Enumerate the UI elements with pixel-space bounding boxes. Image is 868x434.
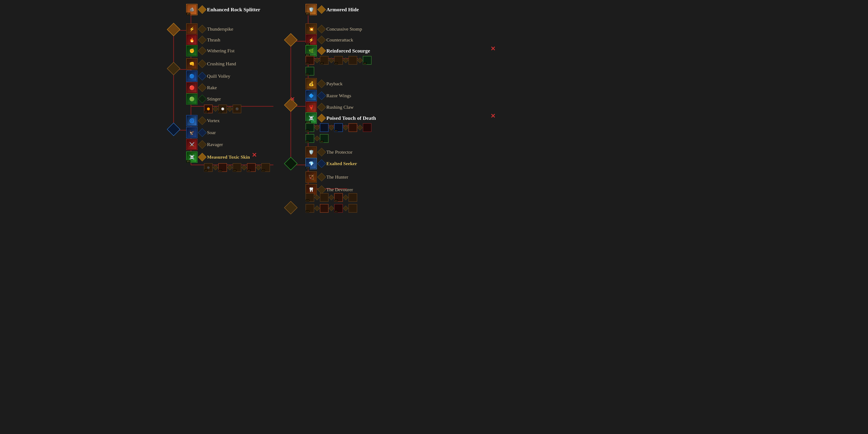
skill-node-crushing-hand[interactable]: 👊 Crushing Hand <box>186 58 236 69</box>
skill-name-poised-touch: Poised Touch of Death <box>327 115 376 121</box>
diamond-the-devourer <box>317 185 326 194</box>
skill-node-vortex[interactable]: 🌀 Vortex <box>186 115 220 126</box>
skill-icon-payback[interactable]: 💰 <box>306 78 317 89</box>
cross-icon-reinforced: ✕ <box>490 45 495 52</box>
sub-node-r1e[interactable]: 3/3 <box>363 56 372 65</box>
skill-node-poised-touch[interactable]: ☠️ 13/5 ✕ Poised Touch of Death <box>306 113 376 124</box>
sub-node-r1d[interactable] <box>348 56 357 65</box>
skill-name-vortex: Vortex <box>207 118 220 123</box>
skill-icon-exalted-seeker[interactable]: 💎 1/5 <box>306 158 317 169</box>
skill-node-payback[interactable]: 💰 Payback <box>306 78 343 89</box>
skill-badge-measured-toxic-skin: 5/5 <box>186 160 190 163</box>
sub-node-br1[interactable]: 1/3 <box>306 204 314 213</box>
sub-node-1c[interactable]: ⚫ <box>232 104 241 113</box>
sub-node-bl2[interactable]: 3/3 <box>218 163 227 172</box>
sub-diamond-rp4 <box>357 125 363 130</box>
hub-node-right-3[interactable] <box>284 157 298 170</box>
skill-node-ravager[interactable]: ⚔️ Ravager <box>186 139 223 150</box>
skill-icon-withering-fist[interactable]: ✊ <box>186 45 197 56</box>
skill-node-thrash[interactable]: 🔥 Thrash <box>186 34 220 45</box>
skill-node-rake[interactable]: 🔴 Rake <box>186 82 217 93</box>
skill-node-soar[interactable]: 🦅 Soar <box>186 127 216 138</box>
skill-node-withering-fist[interactable]: ✊ Withering Fist <box>186 45 235 56</box>
hub-node-right-1[interactable] <box>284 33 298 46</box>
hub-node-2[interactable] <box>167 62 180 75</box>
skill-icon-armored-hide[interactable]: 🛡️ 9/5 <box>306 4 317 15</box>
diamond-payback <box>317 80 326 88</box>
skill-node-rushing-claw[interactable]: 🦞 Rushing Claw <box>306 101 353 113</box>
skill-node-thunderspike[interactable]: ⚡ Thunderspike <box>186 24 233 35</box>
skill-name-rake: Rake <box>207 85 217 91</box>
skill-node-quill-volley[interactable]: 🔵 Quill Volley <box>186 70 230 82</box>
sub-node-br3[interactable]: 3/3 <box>334 204 343 213</box>
skill-node-razor-wings[interactable]: 🔷 Razor Wings <box>306 90 351 101</box>
skill-name-ravager: Ravager <box>207 142 223 147</box>
sub-node-bl3[interactable]: 3/3 <box>232 163 241 172</box>
skill-icon-poised-touch[interactable]: ☠️ 13/5 <box>306 113 317 124</box>
sub-node-bl5[interactable]: 1/3 <box>261 163 270 172</box>
sub-node-bl4[interactable]: 3/3 <box>247 163 256 172</box>
sub-node-rp2[interactable] <box>320 123 329 132</box>
hub-node-right-2[interactable]: ✕ <box>284 98 298 112</box>
sub-node-d1[interactable]: 1/3 <box>306 193 314 202</box>
skill-node-enhanced-rock-splitter[interactable]: 🪨 1/5 Enhanced Rock Splitter <box>186 4 260 15</box>
skill-name-the-protector: The Protector <box>327 149 352 155</box>
hub-node-1[interactable] <box>167 23 180 36</box>
skill-icon-enhanced-rock-splitter[interactable]: 🪨 1/5 <box>186 4 197 15</box>
sub-node-r1c[interactable]: 1/3 <box>334 56 343 65</box>
sub-node-rp21[interactable]: 3/3 <box>306 134 314 143</box>
skill-node-stinger[interactable]: 🟢 Stinger <box>186 93 221 104</box>
sub-node-1b[interactable]: ⚪ 1/3 <box>218 104 227 113</box>
sub-node-br2[interactable] <box>320 204 329 213</box>
skill-icon-counterattack[interactable]: ⚡ 5/5 <box>306 34 317 45</box>
sub-diamond-r1c <box>343 58 348 63</box>
skill-node-the-hunter[interactable]: 🏹 The Hunter <box>306 172 348 183</box>
sub-node-bl1[interactable]: ⚫ 1/3 <box>204 163 213 172</box>
skill-name-quill-volley: Quill Volley <box>207 73 230 79</box>
sub-node-d2[interactable] <box>320 193 329 202</box>
skill-icon-vortex[interactable]: 🌀 <box>186 115 197 126</box>
sub-node-d4[interactable] <box>348 193 357 202</box>
skill-node-measured-toxic-skin[interactable]: ☠️ 5/5 ✕ Measured Toxic Skin <box>186 152 250 163</box>
sub-diamond-r1b <box>329 58 334 63</box>
hub-node-3[interactable] <box>167 123 180 136</box>
skill-icon-crushing-hand[interactable]: 👊 <box>186 58 197 69</box>
skill-tree-container: 🪨 1/5 Enhanced Rock Splitter ⚡ Thundersp… <box>0 0 868 434</box>
sub-node-1a[interactable]: 🟠 3/3 <box>204 104 213 113</box>
sub-nodes-row-right-poised: 3/3 3/3 <box>306 123 372 132</box>
hub-node-right-bottom[interactable] <box>284 201 298 214</box>
sub-diamond-d2 <box>329 195 334 200</box>
sub-node-rp1[interactable]: 3/3 <box>306 123 314 132</box>
skill-node-reinforced-scourge[interactable]: 🌿 6/5 ✕ Reinforced Scourge <box>306 45 370 56</box>
skill-node-armored-hide[interactable]: 🛡️ 9/5 Armored Hide <box>306 4 359 15</box>
skill-icon-soar[interactable]: 🦅 <box>186 127 197 138</box>
skill-icon-rushing-claw[interactable]: 🦞 <box>306 101 317 113</box>
skill-icon-quill-volley[interactable]: 🔵 <box>186 70 197 82</box>
skill-node-the-protector[interactable]: 🛡️ The Protector <box>306 147 352 158</box>
skill-node-concussive-stomp[interactable]: 💥 Concussive Stomp <box>306 24 362 35</box>
skill-name-armored-hide: Armored Hide <box>327 6 359 13</box>
sub-diamond-br1 <box>314 206 320 211</box>
sub-node-rp22[interactable]: 3/3 <box>320 134 329 143</box>
skill-icon-thrash[interactable]: 🔥 <box>186 34 197 45</box>
skill-icon-the-protector[interactable]: 🛡️ <box>306 147 317 158</box>
skill-icon-ravager[interactable]: ⚔️ <box>186 139 197 150</box>
skill-icon-razor-wings[interactable]: 🔷 <box>306 90 317 101</box>
skill-icon-concussive-stomp[interactable]: 💥 <box>306 24 317 35</box>
sub-node-r1b1[interactable]: 3/3 <box>306 67 314 75</box>
skill-icon-the-hunter[interactable]: 🏹 <box>306 172 317 183</box>
skill-icon-stinger[interactable]: 🟢 <box>186 93 197 104</box>
sub-node-rp3[interactable]: 3/3 <box>334 123 343 132</box>
skill-icon-reinforced-scourge[interactable]: 🌿 6/5 <box>306 45 317 56</box>
sub-node-d3[interactable]: 3/3 <box>334 193 343 202</box>
skill-node-exalted-seeker[interactable]: 💎 1/5 Exalted Seeker <box>306 158 357 169</box>
skill-icon-measured-toxic-skin[interactable]: ☠️ 5/5 <box>186 152 197 163</box>
sub-node-rp4[interactable] <box>348 123 357 132</box>
sub-node-r1a[interactable]: 3/3 <box>306 56 314 65</box>
sub-node-rp5[interactable] <box>363 123 372 132</box>
skill-icon-thunderspike[interactable]: ⚡ <box>186 24 197 35</box>
sub-node-r1b[interactable]: 3/3 <box>320 56 329 65</box>
sub-node-br4[interactable] <box>348 204 357 213</box>
skill-icon-rake[interactable]: 🔴 <box>186 82 197 93</box>
skill-node-counterattack[interactable]: ⚡ 5/5 Counterattack <box>306 34 353 45</box>
